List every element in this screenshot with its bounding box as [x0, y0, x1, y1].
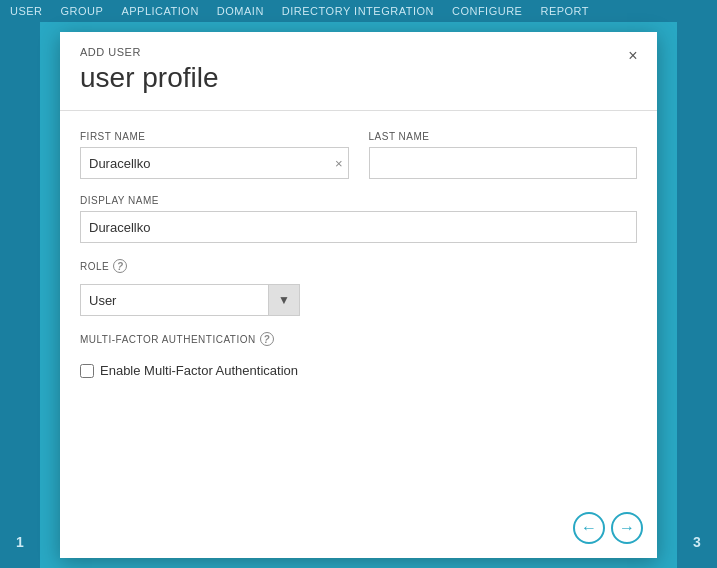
role-select-wrapper: User Administrator Reader ▼	[80, 284, 300, 316]
mfa-label: MULTI-FACTOR AUTHENTICATION ?	[80, 332, 637, 346]
back-button[interactable]: ←	[573, 512, 605, 544]
first-name-input-wrapper: ×	[80, 147, 349, 179]
first-name-group: FIRST NAME ×	[80, 131, 349, 179]
display-name-label: DISPLAY NAME	[80, 195, 637, 206]
role-label: ROLE ?	[80, 259, 637, 273]
modal-footer: ← →	[573, 512, 643, 544]
last-name-input-wrapper	[369, 147, 638, 179]
modal-header: ADD USER user profile ×	[60, 32, 657, 94]
role-select[interactable]: User Administrator Reader	[80, 284, 300, 316]
last-name-label: LAST NAME	[369, 131, 638, 142]
last-name-input[interactable]	[369, 147, 638, 179]
mfa-checkbox[interactable]	[80, 364, 94, 378]
nav-directory-integration[interactable]: DIRECTORY INTEGRATION	[282, 5, 434, 17]
form-body: FIRST NAME × LAST NAME DISPLAY NAME	[60, 131, 657, 378]
nav-report[interactable]: REPORT	[540, 5, 589, 17]
right-step-number: 3	[693, 534, 701, 550]
display-name-group: DISPLAY NAME	[80, 195, 637, 243]
mfa-checkbox-row: Enable Multi-Factor Authentication	[80, 363, 637, 378]
mfa-row: MULTI-FACTOR AUTHENTICATION ? Enable Mul…	[80, 332, 637, 378]
role-row: ROLE ? User Administrator Reader ▼	[80, 259, 637, 316]
nav-group[interactable]: GROUP	[61, 5, 104, 17]
name-row: FIRST NAME × LAST NAME	[80, 131, 637, 179]
nav-user[interactable]: USER	[10, 5, 43, 17]
nav-configure[interactable]: CONFIGURE	[452, 5, 523, 17]
first-name-label: FIRST NAME	[80, 131, 349, 142]
first-name-input[interactable]	[80, 147, 349, 179]
main-area: ADD USER user profile × FIRST NAME × LAS…	[40, 22, 677, 568]
nav-domain[interactable]: DOMAIN	[217, 5, 264, 17]
left-step-number: 1	[16, 534, 24, 550]
display-name-row: DISPLAY NAME	[80, 195, 637, 243]
forward-button[interactable]: →	[611, 512, 643, 544]
side-panel-right: 3	[677, 22, 717, 568]
modal-title: user profile	[80, 62, 637, 94]
header-divider	[60, 110, 657, 111]
role-help-icon[interactable]: ?	[113, 259, 127, 273]
nav-application[interactable]: APPLICATION	[121, 5, 198, 17]
top-nav: USER GROUP APPLICATION DOMAIN DIRECTORY …	[0, 0, 717, 22]
display-name-input[interactable]	[80, 211, 637, 243]
first-name-clear-button[interactable]: ×	[335, 157, 343, 170]
close-button[interactable]: ×	[623, 46, 643, 66]
last-name-group: LAST NAME	[369, 131, 638, 179]
modal-dialog: ADD USER user profile × FIRST NAME × LAS…	[60, 32, 657, 558]
side-panel-left: 1	[0, 22, 40, 568]
mfa-checkbox-label[interactable]: Enable Multi-Factor Authentication	[100, 363, 298, 378]
modal-subtitle: ADD USER	[80, 46, 637, 58]
mfa-help-icon[interactable]: ?	[260, 332, 274, 346]
